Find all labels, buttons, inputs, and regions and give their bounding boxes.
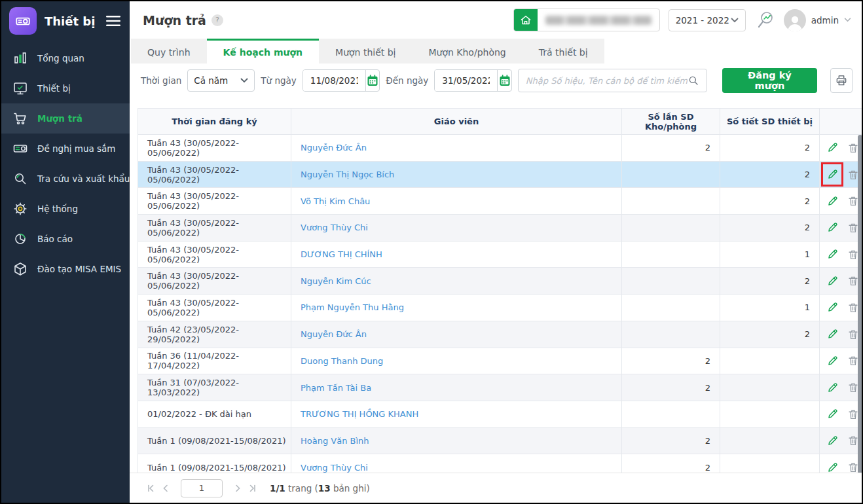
table-scrollbar[interactable] <box>858 135 862 474</box>
cube-icon <box>11 261 29 277</box>
search-icon <box>11 171 29 187</box>
sidebar-nav: Tổng quan Thiết bị Mượn trả <box>1 43 130 284</box>
print-button[interactable] <box>830 68 853 93</box>
home-icon <box>514 9 538 31</box>
table-row[interactable]: Tuần 43 (30/05/2022-05/06/2022)Vương Thù… <box>138 215 863 242</box>
tab-quy-trinh[interactable]: Quy trình <box>131 39 207 63</box>
school-selector[interactable] <box>513 9 660 31</box>
edit-button[interactable] <box>821 322 843 346</box>
teacher-link[interactable]: Nguyễn Thị Ngọc Bích <box>301 170 394 179</box>
teacher-link[interactable]: Hoàng Văn Bình <box>301 436 369 446</box>
cart-icon <box>11 111 29 126</box>
next-page-button[interactable] <box>230 481 245 495</box>
sidebar-item-label: Báo cáo <box>37 234 73 244</box>
help-icon[interactable]: ? <box>211 14 223 26</box>
edit-button[interactable] <box>821 295 843 319</box>
kho-phong-usage-count: 2 <box>622 454 720 474</box>
tab-muon-kho-phong[interactable]: Mượn Kho/phòng <box>412 39 522 63</box>
sidebar-item-bao-cao[interactable]: Báo cáo <box>1 224 130 254</box>
table-row[interactable]: Tuần 1 (09/08/2021-15/08/2021)Vương Thùy… <box>138 454 863 474</box>
tab-tra-thiet-bi[interactable]: Trả thiết bị <box>523 39 604 63</box>
table-row[interactable]: Tuần 31 (07/03/2022-13/03/2022)Phạm Tấn … <box>138 374 863 401</box>
user-menu[interactable]: admin <box>784 9 851 31</box>
table-row[interactable]: Tuần 43 (30/05/2022-05/06/2022)Phạm Nguy… <box>138 295 863 321</box>
teacher-link[interactable]: Võ Thị Kim Châu <box>301 196 370 206</box>
edit-button[interactable] <box>821 269 843 293</box>
tab-bar: Quy trình Kế hoạch mượn Mượn thiết bị Mư… <box>131 39 604 63</box>
table-row[interactable]: Tuần 43 (30/05/2022-05/06/2022)Võ Thị Ki… <box>138 188 863 215</box>
to-date-input[interactable] <box>435 70 497 91</box>
pencil-icon <box>826 275 839 287</box>
teacher-link[interactable]: Phạm Tấn Tài Ba <box>301 383 371 393</box>
teacher-link[interactable]: Nguyễn Đức Ân <box>301 143 367 153</box>
table-row[interactable]: Tuần 1 (09/08/2021-15/08/2021)Hoàng Văn … <box>138 427 863 454</box>
teacher-link[interactable]: Duong Thanh Dung <box>301 356 383 366</box>
time-range-dropdown[interactable]: Cả năm <box>187 69 255 92</box>
search-analytics-icon[interactable] <box>754 10 775 31</box>
edit-button[interactable] <box>821 429 843 453</box>
sidebar-item-tong-quan[interactable]: Tổng quan <box>1 43 130 73</box>
menu-toggle-icon[interactable] <box>106 15 120 27</box>
last-page-button[interactable] <box>245 481 259 495</box>
edit-button[interactable] <box>821 349 843 373</box>
sidebar-item-label: Tra cứu và xuất khẩu <box>37 173 130 184</box>
calendar-icon[interactable] <box>497 70 511 91</box>
table-row[interactable]: Tuần 42 (23/05/2022-29/05/2022)Nguyễn Đứ… <box>138 321 863 348</box>
prev-page-button[interactable] <box>158 481 173 495</box>
pencil-icon <box>826 141 839 154</box>
pagination-summary: 1/1 trang (13 bản ghi) <box>270 483 370 494</box>
registration-time: Tuần 43 (30/05/2022-05/06/2022) <box>138 188 291 215</box>
page-number-input[interactable] <box>181 479 223 497</box>
edit-button[interactable] <box>821 376 843 400</box>
teacher-link[interactable]: Nguyễn Kim Cúc <box>301 276 371 286</box>
pencil-icon <box>826 408 839 420</box>
sidebar-item-label: Tổng quan <box>37 53 84 63</box>
edit-button[interactable] <box>821 189 843 213</box>
table-row[interactable]: Tuần 43 (30/05/2022-05/06/2022)Nguyễn Ki… <box>138 268 863 295</box>
table-row[interactable]: Tuần 43 (30/05/2022-05/06/2022)Nguyễn Th… <box>138 161 863 188</box>
teacher-link[interactable]: Vương Thùy Chi <box>301 223 368 232</box>
thiet-bi-usage-count: 2 <box>720 161 820 188</box>
tab-label: Kế hoạch mượn <box>223 47 303 58</box>
pencil-icon <box>826 382 839 394</box>
tab-ke-hoach-muon[interactable]: Kế hoạch mượn <box>207 39 320 63</box>
teacher-link[interactable]: TRƯƠNG THỊ HỒNG KHANH <box>301 409 418 419</box>
teacher-link[interactable]: Nguyễn Đức Ân <box>301 329 367 339</box>
sidebar-item-muon-tra[interactable]: Mượn trả <box>1 103 130 134</box>
pencil-icon <box>826 248 839 261</box>
edit-button[interactable] <box>821 402 843 426</box>
edit-button[interactable] <box>821 135 843 160</box>
search-icon[interactable] <box>688 75 699 86</box>
registration-time: Tuần 43 (30/05/2022-05/06/2022) <box>138 135 291 162</box>
edit-button[interactable] <box>821 242 843 266</box>
sidebar-item-dao-tao[interactable]: Đào tạo MISA EMIS <box>1 254 130 284</box>
table-row[interactable]: Tuần 43 (30/05/2022-05/06/2022)DƯƠNG THỊ… <box>138 241 863 268</box>
from-date-input[interactable] <box>303 70 365 91</box>
table-body: Tuần 43 (30/05/2022-05/06/2022)Nguyễn Đứ… <box>138 135 863 475</box>
sidebar-item-de-nghi-mua-sam[interactable]: Đề nghị mua sắm <box>1 134 130 164</box>
pencil-icon <box>826 301 839 314</box>
register-borrow-button[interactable]: Đăng ký mượn <box>722 68 817 93</box>
table-row[interactable]: 01/02/2022 - ĐK dài hạnTRƯƠNG THỊ HỒNG K… <box>138 401 863 427</box>
first-page-button[interactable] <box>144 481 158 495</box>
table-row[interactable]: Tuần 43 (30/05/2022-05/06/2022)Nguyễn Đứ… <box>138 135 863 162</box>
pie-chart-icon <box>11 231 29 247</box>
edit-button[interactable] <box>821 162 843 187</box>
calendar-icon[interactable] <box>365 70 380 91</box>
sidebar-item-he-thong[interactable]: Hệ thống <box>1 194 130 224</box>
registration-time: Tuần 1 (09/08/2021-15/08/2021) <box>138 427 291 454</box>
tab-muon-thiet-bi[interactable]: Mượn thiết bị <box>319 39 412 63</box>
app-window: Thiết bị Tổng quan Thiết <box>0 0 863 504</box>
table-row[interactable]: Tuần 36 (11/04/2022-17/04/2022)Duong Tha… <box>138 348 863 374</box>
search-input[interactable] <box>526 76 688 86</box>
sidebar-item-tra-cuu[interactable]: Tra cứu và xuất khẩu <box>1 164 130 194</box>
edit-button[interactable] <box>821 456 843 474</box>
teacher-link[interactable]: Vương Thùy Chi <box>301 463 368 473</box>
col-registration-time: Thời gian đăng ký <box>138 109 291 135</box>
school-year-dropdown[interactable]: 2021 - 2022 <box>669 9 746 31</box>
edit-button[interactable] <box>821 215 843 240</box>
teacher-link[interactable]: DƯƠNG THỊ CHÍNH <box>301 249 382 259</box>
sidebar-item-thiet-bi[interactable]: Thiết bị <box>1 73 130 103</box>
teacher-link[interactable]: Phạm Nguyễn Thu Hằng <box>301 302 404 312</box>
time-range-value: Cả năm <box>194 75 228 86</box>
